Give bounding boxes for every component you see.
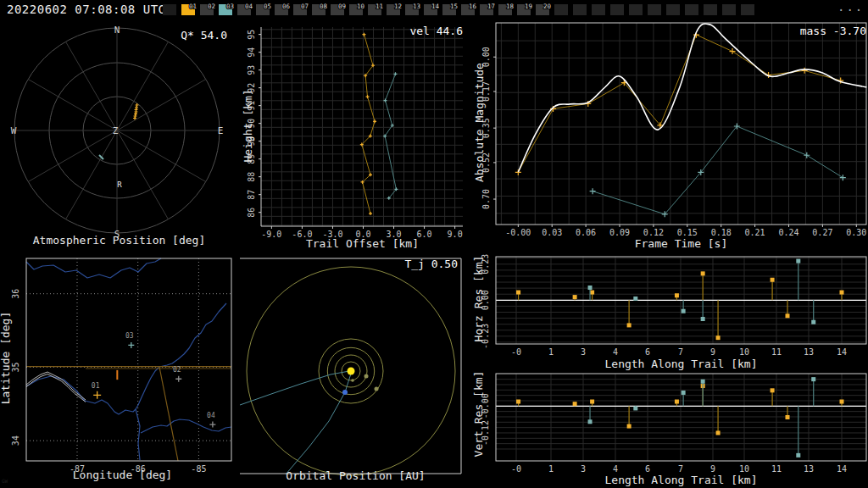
frame-thumb-x23 — [592, 4, 605, 15]
mars-dot — [375, 387, 379, 391]
svg-text:6: 6 — [645, 464, 650, 474]
svg-text:R: R — [117, 180, 122, 189]
grid — [496, 23, 866, 225]
mass-ylabel: Absolute Magnitude — [473, 55, 486, 191]
frame-thumb-label: 20 — [543, 3, 552, 10]
series-camera-2-lightcurve — [590, 123, 846, 217]
svg-text:11: 11 — [771, 347, 782, 357]
frame-thumb-x0 — [163, 4, 176, 15]
svg-text:7: 7 — [678, 347, 683, 357]
axes — [496, 23, 866, 225]
svg-text:0.12: 0.12 — [643, 228, 664, 237]
trail-offset-chart: -9.0-6.0-3.00.03.06.09.09594939291909089… — [240, 20, 471, 251]
svg-text:87: 87 — [247, 190, 256, 200]
venus-dot — [364, 374, 369, 379]
horz-ylabel: Horz Res [km] — [472, 248, 485, 350]
frame-thumb-x26 — [648, 4, 661, 15]
frame-thumb-x21 — [554, 4, 568, 15]
svg-text:0.30: 0.30 — [846, 228, 866, 237]
mass-xlabel: Frame Time [s] — [496, 237, 866, 250]
svg-text:13: 13 — [804, 464, 814, 474]
mercury-dot — [351, 379, 354, 382]
axes — [261, 27, 463, 226]
map-xlabel: Longitude [deg] — [7, 469, 238, 481]
frame-thumb-label: 16 — [469, 3, 477, 10]
frame-thumb-label: 08 — [320, 3, 328, 10]
frame-thumb-label: 02 — [208, 3, 215, 10]
svg-text:4: 4 — [613, 464, 618, 474]
frame-thumb-label: 09 — [338, 3, 346, 10]
orbit-title: Orbital Position [AU] — [240, 469, 471, 482]
horz-xlabel: Length Along Trail [km] — [496, 358, 866, 370]
map-graticule — [26, 258, 231, 461]
svg-text:0.70: 0.70 — [481, 189, 491, 209]
stems-camera-2-residuals — [588, 377, 816, 458]
frame-thumb-label: 04 — [245, 3, 253, 10]
frame-thumb-label: 17 — [487, 3, 495, 10]
state-borders — [26, 367, 231, 461]
svg-text:0.06: 0.06 — [576, 228, 596, 237]
map-ylabel: Latitude [deg] — [0, 308, 12, 409]
svg-text:1: 1 — [548, 347, 554, 357]
frame-thumb-x25 — [629, 4, 643, 15]
frame-thumb-label: 01 — [189, 3, 197, 10]
svg-text:Z: Z — [113, 125, 119, 136]
topbar: 20220602 07:08:08 UTC 010203040506070809… — [0, 0, 868, 19]
svg-text:4: 4 — [613, 347, 618, 357]
svg-text:02: 02 — [173, 366, 181, 374]
series-camera-1 — [360, 33, 376, 215]
frame-thumb-label: 05 — [264, 3, 271, 10]
svg-text:13: 13 — [804, 347, 814, 357]
grid — [496, 374, 866, 461]
frame-thumb-label: 11 — [376, 3, 383, 10]
trail-ylabel: Height [km] — [242, 75, 254, 177]
orbit-chart — [240, 251, 471, 488]
svg-text:3: 3 — [581, 464, 586, 474]
fireball-analysis-dashboard: 20220602 07:08:08 UTC 010203040506070809… — [0, 0, 868, 488]
ground-map-chart: 01020304-87-86-85363534 — [0, 251, 238, 488]
svg-text:0.27: 0.27 — [812, 228, 832, 237]
panel-ground-map: 01020304-87-86-85363534 Longitude [deg] … — [0, 251, 238, 488]
vert-ylabel: Vert Res [km] — [472, 363, 485, 465]
frame-thumbnail-strip[interactable]: 0102030405060708091011121314151617181920 — [159, 0, 770, 19]
panel-light-curve: -0.000.030.060.090.120.150.180.210.240.2… — [471, 20, 868, 251]
svg-text:6: 6 — [645, 347, 650, 357]
sun — [348, 368, 355, 375]
svg-text:14: 14 — [837, 347, 847, 357]
svg-text:03: 03 — [125, 332, 134, 340]
light-curve-chart: -0.000.030.060.090.120.150.180.210.240.2… — [471, 20, 868, 251]
trail-xlabel: Trail Offset [km] — [247, 237, 478, 250]
frame-thumb-label: 06 — [282, 3, 291, 10]
svg-text:0.09: 0.09 — [609, 228, 630, 237]
svg-text:93: 93 — [247, 65, 256, 75]
frame-thumb-label: 10 — [357, 3, 365, 10]
svg-text:36: 36 — [11, 289, 20, 299]
svg-text:01: 01 — [92, 382, 100, 390]
svg-text:-0.00: -0.00 — [505, 228, 531, 237]
svg-text:14: 14 — [837, 464, 847, 474]
panel-orbit: T_j 0.50 Orbital Position [AU] — [240, 251, 471, 488]
svg-text:-0: -0 — [511, 347, 521, 357]
tisserand-label: T_j 0.50 — [404, 258, 458, 270]
atmospheric-title: Atmospheric Position [deg] — [0, 234, 238, 247]
svg-text:04: 04 — [207, 412, 215, 419]
frame-thumb-label: 03 — [226, 3, 234, 10]
svg-text:-0: -0 — [511, 464, 521, 474]
frame-thumb-x28 — [685, 4, 698, 15]
stems-camera-2-residuals — [588, 259, 816, 324]
tick-labels: -0134679101113140.230.00-0.23 — [481, 254, 847, 357]
frame-thumb-label: 19 — [525, 3, 532, 10]
frame-thumb-x22 — [573, 4, 587, 15]
grid — [261, 27, 463, 226]
svg-text:10: 10 — [739, 464, 749, 474]
mass-label: mass -3.70 — [800, 25, 866, 37]
panel-vert-residuals: -013467910111314-0.00-0.12 Length Along … — [471, 369, 868, 488]
panel-horz-residuals: -0134679101113140.230.00-0.23 Length Alo… — [471, 251, 868, 369]
svg-text:7: 7 — [678, 464, 683, 474]
svg-text:0.18: 0.18 — [711, 228, 732, 237]
frame-thumb-label: 12 — [394, 3, 402, 10]
overflow-menu[interactable]: ... — [837, 0, 864, 14]
svg-text:0.03: 0.03 — [542, 228, 562, 237]
svg-text:86: 86 — [247, 208, 256, 218]
frame-thumb-x31 — [741, 4, 754, 15]
